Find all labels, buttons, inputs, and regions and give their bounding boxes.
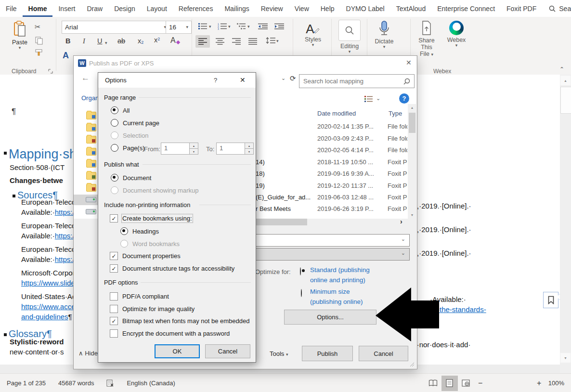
numbered-list-icon[interactable]: 123	[218, 23, 227, 30]
checkbox-encrypt[interactable]: Encrypt the document with a password	[110, 329, 230, 338]
radio-headings[interactable]: Headings	[120, 227, 159, 235]
align-left-button[interactable]	[195, 35, 210, 48]
menu-enterprise-connect[interactable]: Enterprise Connect	[431, 0, 501, 17]
menu-dymo-label[interactable]: DYMO Label	[340, 0, 390, 17]
radio-minimum[interactable]	[301, 289, 302, 297]
scrollbar-thumb[interactable]	[560, 87, 571, 114]
line-spacing-caret-icon[interactable]: ▾	[276, 39, 279, 43]
checkbox-image-quality[interactable]: Optimize for image quality	[110, 305, 195, 313]
bold-button[interactable]: B	[65, 37, 70, 45]
publish-close-icon[interactable]: ✕	[406, 59, 412, 66]
word-count[interactable]: 45687 words	[58, 379, 94, 387]
menu-file[interactable]: File	[0, 0, 23, 17]
checkbox-create-bookmarks[interactable]: ✓Create bookmarks using:	[110, 214, 192, 222]
spin-up-icon[interactable]: ▲	[190, 143, 198, 149]
column-type[interactable]: Type	[389, 110, 402, 117]
radio-all[interactable]: All	[111, 106, 130, 114]
font-size-combo[interactable]: 16▾	[166, 21, 192, 34]
to-spinner[interactable]: 1 ▲▼	[216, 143, 254, 155]
options-close-icon[interactable]: ✕	[240, 76, 246, 84]
italic-button[interactable]: I	[83, 37, 85, 45]
subscript-button[interactable]: x2	[138, 37, 143, 45]
webex-button[interactable]: Webex ▾	[444, 21, 469, 48]
address-dropdown-icon[interactable]: ⌄	[281, 75, 286, 81]
spin-down-icon[interactable]: ▼	[190, 149, 198, 154]
menu-review[interactable]: Review	[255, 0, 289, 17]
proofing-status-icon[interactable]	[106, 379, 114, 387]
menu-references[interactable]: References	[173, 0, 219, 17]
page-indicator[interactable]: Page 1 of 235	[7, 379, 46, 387]
list-vscrollbar[interactable]: ▲ ▼	[408, 104, 416, 219]
checkbox-bitmap-text[interactable]: ✓Bitmap text when fonts may not be embed…	[110, 317, 250, 325]
radio-current-page[interactable]: Current page	[111, 119, 159, 127]
multilevel-list-icon[interactable]	[237, 23, 246, 30]
view-options-caret-icon[interactable]: ⌄	[376, 95, 380, 102]
align-center-icon[interactable]	[216, 38, 224, 45]
ok-button[interactable]: OK	[155, 344, 200, 358]
menu-insert[interactable]: Insert	[52, 0, 81, 17]
scroll-up-icon[interactable]: ▲	[408, 104, 416, 109]
from-spinner[interactable]: 1 ▲▼	[161, 143, 198, 155]
superscript-button[interactable]: x2	[154, 36, 160, 44]
copy-icon[interactable]	[35, 36, 43, 45]
radio-standard-label[interactable]: Standard (publishing	[310, 266, 370, 274]
menu-draw[interactable]: Draw	[81, 0, 108, 17]
back-arrow-icon[interactable]: ←	[81, 73, 90, 83]
format-painter-icon[interactable]	[35, 49, 43, 56]
collapse-ribbon-icon[interactable]: ⌃	[559, 66, 564, 73]
strikethrough-button[interactable]: ab	[117, 37, 125, 45]
menu-view[interactable]: View	[289, 0, 315, 17]
decrease-indent-icon[interactable]	[258, 23, 268, 30]
document-scrollbar[interactable]: ▲ ▼	[560, 75, 571, 373]
menu-help[interactable]: Help	[315, 0, 340, 17]
underline-button[interactable]: U	[97, 37, 102, 45]
radio-pages[interactable]: Page(s)	[111, 144, 145, 152]
spin-up-icon[interactable]: ▲	[245, 143, 253, 149]
publish-button[interactable]: Publish	[302, 346, 353, 361]
search-input[interactable]	[299, 78, 403, 85]
expand-chevron-icon[interactable]: ›	[400, 218, 402, 225]
checkbox-pdfa[interactable]: PDF/A compliant	[110, 292, 169, 301]
menu-textaloud[interactable]: TextAloud	[390, 0, 431, 17]
column-date-modified[interactable]: Date modified	[317, 110, 356, 117]
web-layout-icon[interactable]	[458, 376, 474, 391]
clipboard-dialog-launcher-icon[interactable]	[48, 69, 53, 74]
bullet-list-icon[interactable]	[198, 23, 208, 30]
cut-icon[interactable]: ✂	[35, 23, 41, 31]
menu-mailings[interactable]: Mailings	[219, 0, 255, 17]
paste-button[interactable]: Paste ▾	[9, 21, 31, 50]
options-cancel-button[interactable]: Cancel	[205, 344, 250, 358]
help-icon[interactable]: ?	[399, 93, 409, 104]
menu-design[interactable]: Design	[108, 0, 141, 17]
cancel-button[interactable]: Cancel	[359, 346, 408, 361]
menu-home[interactable]: Home	[23, 0, 53, 17]
radio-document[interactable]: Document	[111, 174, 151, 182]
line-spacing-icon[interactable]	[266, 37, 275, 45]
tools-dropdown[interactable]: Tools ▾	[270, 350, 288, 357]
zoom-out-icon[interactable]: −	[474, 379, 487, 388]
bookmark-icon[interactable]	[543, 292, 558, 308]
search-icon[interactable]	[403, 78, 410, 85]
scroll-down-icon[interactable]: ▼	[560, 353, 571, 363]
resize-grip-icon[interactable]	[410, 362, 415, 367]
clear-formatting-button[interactable]: A	[170, 36, 181, 45]
font-name-combo[interactable]: Arial▾	[62, 21, 169, 34]
dialog-help-icon[interactable]: ?	[214, 77, 217, 84]
refresh-icon[interactable]: ⟳	[290, 74, 296, 83]
numbered-list-caret-icon[interactable]: ▾	[228, 25, 231, 29]
checkbox-structure-tags[interactable]: ✓Document structure tags for accessibili…	[110, 264, 234, 273]
share-this-file-button[interactable]: Share This File ▾	[412, 21, 441, 57]
align-right-icon[interactable]	[232, 38, 241, 45]
underline-caret-icon[interactable]: ▾	[105, 41, 107, 45]
menu-search[interactable]: Search	[542, 5, 571, 13]
styles-button[interactable]: A Styles ▾	[299, 22, 326, 47]
language-indicator[interactable]: English (Canada)	[127, 379, 175, 387]
bullet-list-caret-icon[interactable]: ▾	[209, 25, 211, 29]
increase-indent-icon[interactable]	[274, 23, 284, 30]
scrollbar-thumb[interactable]	[409, 113, 415, 133]
font-color-button[interactable]: A	[63, 51, 69, 61]
print-layout-icon[interactable]	[441, 376, 458, 391]
justify-icon[interactable]	[248, 38, 257, 45]
radio-minimum-label[interactable]: Minimum size	[310, 288, 350, 295]
menu-layout[interactable]: Layout	[141, 0, 173, 17]
